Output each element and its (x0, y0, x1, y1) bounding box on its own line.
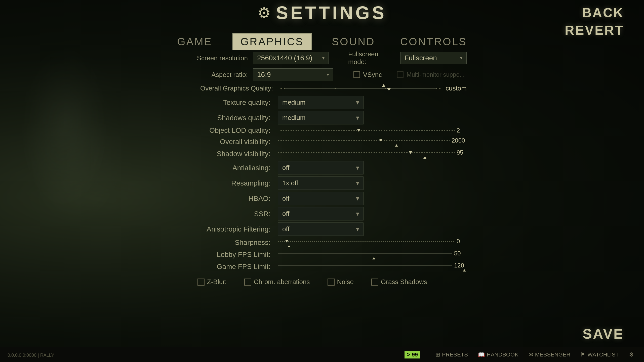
vsync-label: VSync (363, 71, 382, 79)
ssr-dropdown[interactable]: off ▾ (278, 207, 364, 220)
tab-controls[interactable]: CONTROLS (395, 34, 472, 50)
page-container: BACK REVERT ⚙ SETTINGS GAME GRAPHICS SOU… (0, 0, 644, 362)
lobby-fps-label: Lobby FPS Limit: (177, 251, 278, 259)
game-fps-value: 120 (454, 262, 467, 269)
shadows-quality-control: medium ▾ (278, 111, 467, 124)
messenger-label: MESSENGER (535, 351, 571, 358)
anisotropic-label: Anisotropic Filtering: (177, 225, 278, 233)
noise-label: Noise (337, 278, 354, 286)
shadows-quality-dropdown[interactable]: medium ▾ (278, 111, 364, 124)
resampling-label: Resampling: (177, 179, 278, 187)
object-lod-label: Object LOD quality: (177, 126, 278, 134)
dropdown-arrow-hbao: ▾ (356, 195, 359, 202)
resolution-dropdown[interactable]: 644x362 (16:9) ▾ (253, 52, 329, 64)
tab-game[interactable]: GAME (172, 34, 217, 50)
presets-icon: ⊞ (435, 351, 440, 358)
antialiasing-row: Antialiasing: off ▾ (177, 161, 467, 174)
game-fps-label: Game FPS Limit: (177, 263, 278, 271)
hbao-dropdown[interactable]: off ▾ (278, 192, 364, 205)
overall-visibility-row: Overall visibility: 2000 (177, 137, 467, 147)
header: ⚙ SETTINGS GAME GRAPHICS SOUND CONTROLS (172, 3, 472, 50)
chrom-checkbox-item[interactable]: Chrom. aberrations (244, 278, 310, 286)
dropdown-arrow-resolution: ▾ (322, 55, 325, 61)
texture-quality-label: Texture quality: (177, 99, 278, 107)
overall-visibility-slider[interactable]: 2000 (278, 137, 467, 147)
shadow-visibility-slider[interactable]: 95 (278, 149, 467, 159)
ping-badge: > 99 (405, 351, 420, 358)
anisotropic-dropdown[interactable]: off ▾ (278, 222, 364, 236)
anisotropic-control: off ▾ (278, 222, 467, 236)
presets-label: PRESETS (442, 351, 468, 358)
object-lod-slider[interactable]: 2 (280, 127, 467, 134)
antialiasing-label: Antialiasing: (177, 164, 278, 172)
overall-quality-slider[interactable] (280, 85, 440, 92)
sharpness-row: Sharpness: 0 (177, 238, 467, 247)
overall-quality-row: Overall Graphics Quality: (177, 84, 467, 92)
sharpness-slider[interactable]: 0 (278, 238, 467, 247)
multimonitor-checkbox[interactable] (397, 71, 404, 78)
texture-quality-row: Texture quality: medium ▾ (177, 96, 467, 109)
noise-checkbox-item[interactable]: Noise (328, 278, 354, 286)
watchlist-label: WATCHLIST (587, 351, 619, 358)
resampling-row: Resampling: 1x off ▾ (177, 176, 467, 190)
dropdown-arrow-ssr: ▾ (356, 210, 359, 218)
shadows-quality-label: Shadows quality: (177, 114, 278, 122)
save-button[interactable]: SAVE (583, 326, 624, 342)
chrom-checkbox[interactable] (244, 279, 251, 286)
gear-icon: ⚙ (257, 4, 271, 22)
toolbar-watchlist[interactable]: ⚑ WATCHLIST (580, 351, 619, 358)
toolbar-settings[interactable]: ⚙ (629, 351, 634, 358)
aspect-label: Aspect ratio: (177, 71, 248, 79)
shadows-quality-row: Shadows quality: medium ▾ (177, 111, 467, 124)
hbao-control: off ▾ (278, 192, 467, 205)
messenger-icon: ✉ (529, 351, 533, 358)
toolbar-handbook[interactable]: 📖 HANDBOOK (478, 351, 518, 358)
game-fps-row: Game FPS Limit: 120 (177, 262, 467, 272)
ssr-control: off ▾ (278, 207, 467, 220)
shadow-visibility-value: 95 (457, 149, 467, 156)
dropdown-arrow-shadows: ▾ (356, 114, 359, 122)
zblur-label: Z-Blur: (207, 278, 227, 286)
content-area: Screen resolution 644x362 (16:9) ▾ Ful… (177, 50, 467, 286)
tab-graphics[interactable]: GRAPHICS (232, 33, 312, 50)
toolbar-messenger[interactable]: ✉ MESSENGER (529, 351, 571, 358)
settings-list: Texture quality: medium ▾ Shadows qualit… (177, 96, 467, 274)
aspect-row: Aspect ratio: 16:9 ▾ VSync Multi-monitor… (177, 68, 467, 81)
resampling-control: 1x off ▾ (278, 176, 467, 190)
overall-visibility-label: Overall visibility: (177, 138, 278, 146)
server-info: 0.0.0.0.0:0000 | RALLY (8, 353, 54, 358)
grass-shadows-checkbox[interactable] (371, 279, 378, 286)
object-lod-row: Object LOD quality: 2 (177, 126, 467, 134)
fullscreen-dropdown[interactable]: Fullscreen ▾ (400, 52, 467, 64)
shadow-visibility-row: Shadow visibility: 95 (177, 149, 467, 159)
tab-sound[interactable]: SOUND (327, 34, 380, 50)
antialiasing-control: off ▾ (278, 161, 467, 174)
handbook-icon: 📖 (478, 351, 485, 358)
dropdown-arrow-resampling: ▾ (356, 179, 359, 187)
lobby-fps-slider[interactable]: 50 (278, 250, 467, 259)
dropdown-arrow-aniso: ▾ (356, 225, 359, 233)
lobby-fps-value: 50 (454, 250, 467, 257)
resampling-dropdown[interactable]: 1x off ▾ (278, 176, 364, 190)
dropdown-arrow-aspect: ▾ (327, 72, 329, 77)
antialiasing-dropdown[interactable]: off ▾ (278, 161, 364, 174)
zblur-checkbox-item[interactable]: Z-Blur: (197, 278, 227, 286)
revert-button[interactable]: REVERT (565, 23, 624, 38)
vsync-checkbox[interactable] (353, 71, 360, 78)
grass-shadows-checkbox-item[interactable]: Grass Shadows (371, 278, 427, 286)
texture-quality-dropdown[interactable]: medium ▾ (278, 96, 364, 109)
game-fps-slider[interactable]: 120 (278, 262, 467, 272)
resolution-row: Screen resolution 644x362 (16:9) ▾ Ful… (177, 50, 467, 66)
hbao-label: HBAO: (177, 195, 278, 203)
bottom-checkboxes: Z-Blur: Chrom. aberrations Noise Grass S… (177, 278, 467, 286)
fullscreen-label: Fullscreen mode: (348, 50, 395, 66)
aspect-dropdown[interactable]: 16:9 ▾ (253, 68, 333, 81)
sharpness-value: 0 (457, 238, 467, 245)
title-row: ⚙ SETTINGS (257, 3, 387, 23)
noise-checkbox[interactable] (328, 279, 335, 286)
bottom-toolbar: 0.0.0.0.0:0000 | RALLY > 99 ⊞ PRESETS 📖 … (0, 347, 644, 362)
toolbar-presets[interactable]: ⊞ PRESETS (435, 351, 468, 358)
page-title: SETTINGS (276, 3, 387, 23)
zblur-checkbox[interactable] (197, 279, 205, 286)
back-button[interactable]: BACK (582, 5, 624, 20)
